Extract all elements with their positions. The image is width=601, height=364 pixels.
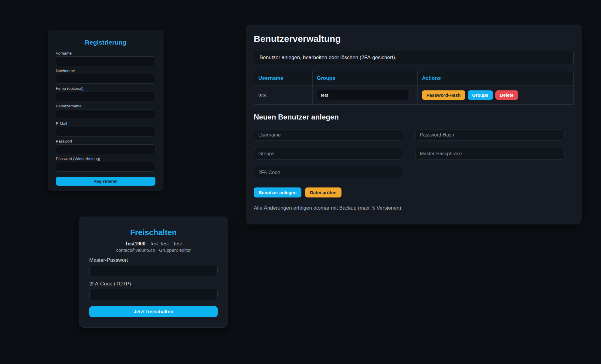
master-passphrase-input[interactable] — [415, 148, 565, 160]
new-groups-input[interactable] — [254, 148, 403, 160]
registration-card: Registrierung Vorname Nachname Firma (op… — [48, 30, 164, 191]
vorname-label: Vorname — [56, 51, 155, 56]
actions-cell: Password-Hash Groups Delete — [418, 86, 574, 105]
firma-field-group: Firma (optional) — [56, 86, 155, 101]
vorname-field-group: Vorname — [56, 51, 155, 66]
unlock-user-rest: · Test Test · Test — [145, 241, 182, 246]
nachname-field-group: Nachname — [56, 69, 155, 84]
check-file-button[interactable]: Datei prüfen — [305, 187, 341, 197]
unlock-title: Freischalten — [89, 228, 218, 237]
groups-button[interactable]: Groups — [468, 90, 493, 100]
nachname-label: Nachname — [56, 69, 155, 73]
backup-note: Alle Änderungen erfolgen atomar mit Back… — [254, 205, 574, 211]
passwort-input[interactable] — [56, 144, 155, 154]
username-cell: test — [254, 86, 313, 105]
passwort-field-group: Passwort — [56, 139, 155, 154]
unlock-user-name: Test1900 — [125, 241, 145, 246]
vorname-input[interactable] — [56, 56, 155, 66]
master-passwort-field-group: Master-Passwort — [89, 257, 218, 276]
email-input[interactable] — [56, 127, 155, 136]
passwort-label: Passwort — [56, 139, 155, 143]
totp-code-input[interactable] — [89, 289, 218, 300]
users-table-header-row: Username Groups Actions — [254, 71, 574, 86]
table-row: test Password-Hash Groups Delete — [254, 86, 574, 105]
row-actions: Password-Hash Groups Delete — [422, 90, 569, 100]
totp-code-label: 2FA-Code (TOTP) — [89, 281, 218, 287]
column-header-actions: Actions — [418, 71, 574, 86]
unlock-meta-line: contact@veluno.co · Gruppen: editor — [89, 248, 218, 253]
user-management-description: Benutzer anlegen, bearbeiten oder lösche… — [254, 51, 574, 64]
unlock-user-line: Test1900 · Test Test · Test — [89, 241, 218, 247]
email-label: E-Mail — [56, 121, 155, 126]
register-button[interactable]: Registrieren — [56, 177, 155, 186]
totp-code-field-group: 2FA-Code (TOTP) — [89, 281, 218, 300]
benutzername-label: Benutzername — [56, 104, 155, 108]
email-field-group: E-Mail — [56, 121, 155, 136]
benutzername-input[interactable] — [56, 109, 155, 119]
column-header-groups: Groups — [313, 71, 418, 86]
user-management-panel: Benutzerverwaltung Benutzer anlegen, bea… — [246, 25, 582, 224]
grid-spacer — [415, 167, 565, 178]
create-user-actions: Benutzer anlegen Datei prüfen — [254, 187, 574, 197]
users-table: Username Groups Actions test Password-Ha… — [254, 71, 574, 105]
passwort-wiederholung-input[interactable] — [56, 162, 155, 172]
twofa-code-input[interactable] — [254, 167, 403, 178]
registration-title: Registrierung — [56, 39, 155, 46]
groups-value-input[interactable] — [317, 90, 409, 100]
master-passwort-input[interactable] — [89, 265, 218, 276]
password-hash-button[interactable]: Password-Hash — [422, 90, 465, 100]
create-user-form — [254, 129, 574, 178]
delete-button[interactable]: Delete — [495, 90, 518, 100]
create-user-button[interactable]: Benutzer anlegen — [254, 187, 301, 197]
groups-cell — [313, 86, 418, 105]
unlock-now-button[interactable]: Jetzt freischalten — [89, 306, 218, 317]
create-user-heading: Neuen Benutzer anlegen — [254, 113, 574, 121]
user-management-title: Benutzerverwaltung — [254, 34, 574, 44]
unlock-card: Freischalten Test1900 · Test Test · Test… — [79, 217, 228, 328]
benutzername-field-group: Benutzername — [56, 104, 155, 119]
nachname-input[interactable] — [56, 74, 155, 84]
passwort-wiederholung-field-group: Passwort (Wiederholung) — [56, 157, 155, 172]
firma-input[interactable] — [56, 92, 155, 101]
new-username-input[interactable] — [254, 129, 403, 141]
passwort-wiederholung-label: Passwort (Wiederholung) — [56, 157, 155, 161]
new-password-hash-input[interactable] — [415, 129, 565, 141]
column-header-username: Username — [254, 71, 313, 86]
master-passwort-label: Master-Passwort — [89, 257, 218, 263]
firma-label: Firma (optional) — [56, 86, 155, 91]
